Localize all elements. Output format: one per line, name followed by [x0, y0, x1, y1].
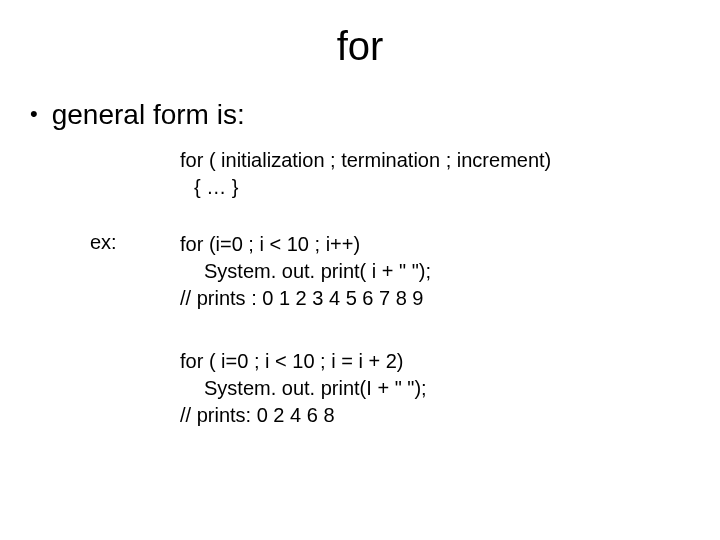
code-line: System. out. print(I + " "); [180, 375, 427, 402]
code-line: for ( i=0 ; i < 10 ; i = i + 2) [180, 348, 427, 375]
syntax-line: { … } [180, 174, 690, 201]
bullet-icon: • [30, 100, 38, 128]
bullet-item: • general form is: [30, 99, 690, 131]
example-row: for ( i=0 ; i < 10 ; i = i + 2) System. … [30, 348, 690, 429]
example-row: ex: for (i=0 ; i < 10 ; i++) System. out… [30, 231, 690, 312]
code-line: // prints : 0 1 2 3 4 5 6 7 8 9 [180, 285, 431, 312]
example-label: ex: [30, 231, 180, 254]
syntax-block: for ( initialization ; termination ; inc… [30, 147, 690, 201]
example-code: for (i=0 ; i < 10 ; i++) System. out. pr… [180, 231, 431, 312]
code-line: for (i=0 ; i < 10 ; i++) [180, 231, 431, 258]
example-code: for ( i=0 ; i < 10 ; i = i + 2) System. … [180, 348, 427, 429]
slide-content: • general form is: for ( initialization … [0, 99, 720, 429]
code-line: // prints: 0 2 4 6 8 [180, 402, 427, 429]
syntax-line: for ( initialization ; termination ; inc… [180, 147, 690, 174]
bullet-text: general form is: [52, 99, 245, 131]
slide-title: for [0, 0, 720, 99]
code-line: System. out. print( i + " "); [180, 258, 431, 285]
